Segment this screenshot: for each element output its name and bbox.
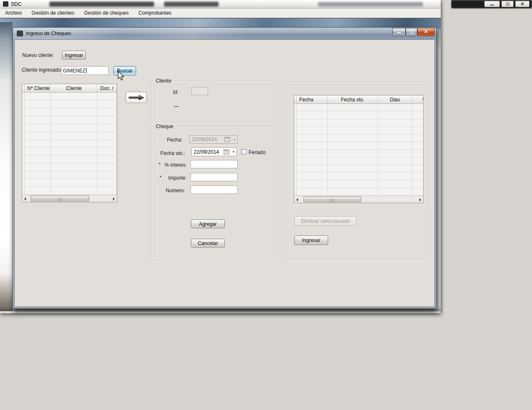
column-header[interactable]: %	[412, 95, 423, 103]
cheque-groupbox: Cheque Fecha: 22/09/2014 ▼ Fecha vto.: 2…	[151, 126, 278, 260]
scroll-right-button[interactable]	[416, 196, 423, 203]
close-icon: ✕	[520, 1, 524, 7]
scroll-left-button[interactable]	[22, 195, 29, 202]
menu-item-gestion-cheques[interactable]: Gestión de cheques	[80, 9, 133, 18]
table-cell	[378, 157, 412, 165]
search-button[interactable]: Buscar	[113, 66, 136, 75]
scrollbar-track[interactable]	[301, 196, 416, 203]
menu-item-archivo[interactable]: Archivo	[1, 9, 26, 18]
table-cell	[297, 157, 328, 165]
table-cell	[51, 116, 98, 124]
table-row	[22, 140, 117, 148]
table-cell	[297, 165, 328, 172]
table-cell	[297, 188, 328, 195]
scrollbar-track[interactable]	[29, 195, 110, 202]
id-input[interactable]	[191, 87, 208, 95]
table-cell	[412, 173, 423, 180]
dropdown-arrow-icon: ▼	[231, 150, 236, 153]
client-search-input[interactable]: GIMENEZ	[61, 66, 109, 75]
feriado-checkbox[interactable]	[241, 149, 247, 155]
table-cell	[25, 171, 51, 179]
app-minimize-button[interactable]	[484, 1, 500, 7]
eliminar-seleccionado-button[interactable]: Eliminar seleccionado	[294, 216, 357, 226]
interes-label: % interes:	[164, 162, 187, 168]
table-row	[22, 124, 117, 132]
client-search-value: GIMENEZ	[63, 68, 86, 74]
ingresar-cheques-button[interactable]: Ingresar	[294, 235, 328, 245]
menu-item-comprobantes[interactable]: Comprobantes	[134, 9, 176, 18]
horizontal-scrollbar	[22, 195, 117, 202]
dialog-minimize-button[interactable]	[392, 28, 406, 36]
fecha-vto-value: 22/09/2014	[192, 149, 224, 155]
column-header[interactable]: Fecha vto.	[328, 95, 378, 103]
numero-input[interactable]	[190, 186, 238, 194]
scroll-left-button[interactable]	[294, 196, 301, 203]
dropdown-arrow-icon: ▼	[231, 138, 237, 141]
fecha-vto-datepicker[interactable]: 22/09/2014 ▼	[191, 147, 237, 156]
menu-bar: Archivo Gestión de clientes Gestión de c…	[0, 9, 441, 18]
menu-item-gestion-clientes[interactable]: Gestión de clientes	[27, 9, 78, 18]
fecha-datepicker[interactable]: 22/09/2014 ▼	[189, 135, 238, 144]
column-header[interactable]: Nº Cliente	[25, 84, 51, 92]
table-cell	[25, 140, 51, 147]
table-cell	[412, 111, 423, 119]
table-cell	[98, 116, 117, 124]
cheques-table: FechaFecha vto.Dias%	[294, 95, 424, 203]
new-client-ingresar-button[interactable]: Ingresar	[62, 51, 86, 59]
dialog-icon	[17, 31, 23, 36]
table-cell	[378, 165, 412, 172]
importe-input[interactable]	[190, 173, 238, 181]
table-header: FechaFecha vto.Dias%	[294, 95, 423, 104]
minimize-icon	[397, 32, 401, 34]
cheque-group-title: Cheque	[154, 124, 175, 129]
table-cell	[297, 173, 328, 180]
table-cell	[25, 124, 51, 132]
transfer-arrow-icon	[128, 94, 145, 101]
column-header[interactable]: Doc. /	[98, 84, 117, 92]
table-cell	[98, 187, 117, 194]
table-row	[22, 179, 117, 187]
interes-input[interactable]	[190, 160, 238, 168]
column-header[interactable]: Fecha	[297, 95, 328, 103]
minimize-icon	[490, 5, 494, 5]
table-cell	[297, 134, 328, 142]
agregar-button[interactable]: Agregar	[191, 219, 225, 228]
scroll-right-button[interactable]	[110, 195, 117, 202]
table-row	[294, 119, 423, 127]
table-cell	[98, 108, 117, 116]
cancelar-button[interactable]: Cancelar	[191, 239, 225, 248]
app-close-button[interactable]: ✕	[515, 1, 529, 7]
table-cell	[51, 187, 98, 194]
table-cell	[328, 119, 378, 126]
table-cell	[412, 150, 423, 157]
dialog-close-button[interactable]: ✕	[417, 28, 434, 36]
app-maximize-button[interactable]	[501, 1, 514, 7]
table-cell	[328, 181, 378, 188]
table-cell	[328, 157, 378, 165]
table-row	[22, 132, 117, 140]
column-header[interactable]: Cliente	[51, 84, 98, 92]
table-cell	[378, 181, 412, 188]
new-client-label: Nuevo cliente:	[22, 52, 54, 58]
table-row	[294, 188, 423, 196]
scrollbar-thumb[interactable]	[31, 196, 89, 201]
text-caret	[86, 68, 87, 73]
table-cell	[297, 181, 328, 188]
table-cell	[25, 93, 51, 100]
dialog-maximize-button[interactable]	[406, 28, 417, 36]
table-cell	[51, 155, 98, 163]
table-row	[22, 163, 117, 171]
column-header[interactable]: Dias	[378, 95, 412, 103]
table-cell	[98, 140, 117, 147]
table-row	[22, 101, 117, 108]
table-cell	[412, 104, 423, 111]
close-icon: ✕	[424, 28, 428, 36]
fecha-value: 22/09/2014	[190, 137, 224, 142]
dialog-titlebar[interactable]: Ingreso de Cheques ✕	[13, 28, 436, 39]
maximize-icon	[410, 30, 414, 34]
table-cell	[297, 111, 328, 119]
transfer-button[interactable]	[126, 92, 147, 103]
scrollbar-thumb[interactable]	[303, 196, 361, 202]
mdi-background-left	[0, 22, 13, 311]
app-titlebar[interactable]: SDC ✕	[0, 0, 441, 8]
